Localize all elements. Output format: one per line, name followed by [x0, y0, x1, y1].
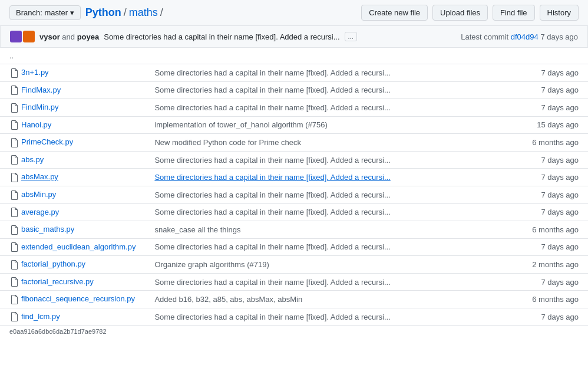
file-name-cell: basic_maths.py: [0, 221, 145, 239]
table-row: basic_maths.pysnake_case all the things6…: [0, 221, 588, 239]
table-row: 3n+1.pySome directories had a capital in…: [0, 64, 588, 82]
file-name-cell: factorial_recursive.py: [0, 273, 145, 291]
bottom-hash: e0aa916a6dbc6da2b71d7ae9782: [0, 326, 588, 337]
table-row: absMax.pySome directories had a capital …: [0, 169, 588, 186]
create-new-file-button[interactable]: Create new file: [361, 5, 428, 21]
commit-authors: vysor and poyea: [39, 32, 99, 41]
file-time-cell: 6 months ago: [498, 221, 588, 239]
commit-msg-cell: implementation of tower_of_hanoi algorit…: [145, 116, 497, 134]
commit-msg-cell: Some directories had a capital in their …: [145, 169, 497, 186]
table-row: fibonacci_sequence_recursion.pyAdded b16…: [0, 291, 588, 308]
breadcrumb-maths-link[interactable]: maths: [129, 6, 158, 19]
breadcrumb: Python / maths /: [85, 6, 163, 19]
commit-msg-cell: Some directories had a capital in their …: [145, 273, 497, 291]
file-name-cell: extended_euclidean_algorithm.py: [0, 238, 145, 256]
commit-msg-cell: Some directories had a capital in their …: [145, 151, 497, 169]
file-name-cell: FindMax.py: [0, 81, 145, 99]
commit-left: vysor and poyea Some directories had a c…: [10, 31, 357, 42]
bottom-hash-text: e0aa916a6dbc6da2b71d7ae9782: [9, 328, 107, 335]
file-name-link[interactable]: FindMin.py: [21, 103, 59, 111]
file-table-wrapper: .. 3n+1.pySome directories had a capital…: [0, 48, 588, 326]
file-table: .. 3n+1.pySome directories had a capital…: [0, 48, 588, 326]
table-row: abs.pySome directories had a capital in …: [0, 151, 588, 169]
top-bar: Branch: master ▾ Python / maths / Create…: [0, 0, 588, 26]
file-time-cell: 6 months ago: [498, 291, 588, 308]
file-icon: [9, 190, 19, 200]
file-name-link[interactable]: basic_maths.py: [21, 225, 74, 234]
file-time-cell: 7 days ago: [498, 186, 588, 203]
latest-commit-label: Latest commit: [461, 32, 508, 41]
file-name-link[interactable]: FindMax.py: [21, 86, 61, 94]
file-icon: [9, 173, 19, 182]
table-row: factorial_recursive.pySome directories h…: [0, 273, 588, 291]
file-name-link[interactable]: find_lcm.py: [21, 312, 60, 321]
file-icon: [9, 225, 19, 235]
file-icon: [9, 68, 19, 78]
commit-hash-link[interactable]: df04d94: [511, 32, 539, 41]
file-time-cell: 7 days ago: [498, 151, 588, 169]
file-icon: [9, 155, 19, 165]
commit-msg-cell: Some directories had a capital in their …: [145, 186, 497, 203]
branch-arrow-icon: ▾: [70, 8, 74, 17]
file-name-link[interactable]: abs.py: [21, 155, 44, 164]
commit-bar: vysor and poyea Some directories had a c…: [0, 26, 588, 48]
file-time-cell: 7 days ago: [498, 203, 588, 221]
table-row: average.pySome directories had a capital…: [0, 203, 588, 221]
file-name-link[interactable]: factorial_python.py: [21, 259, 85, 268]
file-icon: [9, 242, 19, 252]
file-icon: [9, 260, 19, 270]
find-file-button[interactable]: Find file: [493, 5, 535, 21]
file-name-link[interactable]: extended_euclidean_algorithm.py: [21, 242, 136, 251]
file-name-link[interactable]: fibonacci_sequence_recursion.py: [21, 294, 135, 303]
commit-msg-cell: Some directories had a capital in their …: [145, 308, 497, 326]
file-name-cell: factorial_python.py: [0, 256, 145, 274]
commit-msg-cell: snake_case all the things: [145, 221, 497, 239]
author2[interactable]: poyea: [77, 32, 100, 41]
parent-directory-row: ..: [0, 48, 588, 64]
file-time-cell: 7 days ago: [498, 169, 588, 186]
file-name-link[interactable]: absMax.py: [21, 172, 58, 181]
commit-msg-cell: Some directories had a capital in their …: [145, 203, 497, 221]
file-name-link[interactable]: absMin.py: [21, 190, 56, 199]
file-icon: [9, 103, 19, 113]
table-row: Hanoi.pyimplementation of tower_of_hanoi…: [0, 116, 588, 134]
file-name-cell: PrimeCheck.py: [0, 134, 145, 152]
table-row: FindMin.pySome directories had a capital…: [0, 99, 588, 117]
branch-label: Branch: master: [16, 8, 68, 17]
file-icon: [9, 295, 19, 304]
table-row: absMin.pySome directories had a capital …: [0, 186, 588, 203]
author1[interactable]: vysor: [39, 32, 60, 41]
table-row: factorial_python.pyOrganize graph algori…: [0, 256, 588, 274]
history-button[interactable]: History: [540, 5, 579, 21]
file-name-link[interactable]: average.py: [21, 208, 59, 216]
file-time-cell: 7 days ago: [498, 81, 588, 99]
file-name-cell: abs.py: [0, 151, 145, 169]
breadcrumb-sep1: /: [124, 6, 127, 19]
file-icon: [9, 312, 19, 321]
commit-ellipsis-button[interactable]: ...: [345, 32, 357, 41]
commit-msg-cell: Some directories had a capital in their …: [145, 238, 497, 256]
file-name-cell: average.py: [0, 203, 145, 221]
avatar-poyea: [23, 31, 35, 42]
commit-msg-link[interactable]: Some directories had a capital in their …: [154, 173, 390, 182]
file-icon: [9, 277, 19, 287]
breadcrumb-sep2: /: [160, 6, 163, 19]
upload-files-button[interactable]: Upload files: [432, 5, 488, 21]
table-row: PrimeCheck.pyNew modified Python code fo…: [0, 134, 588, 152]
breadcrumb-python-link[interactable]: Python: [85, 6, 121, 19]
avatar-group: [10, 31, 35, 42]
file-time-cell: 15 days ago: [498, 116, 588, 134]
file-name-cell: absMin.py: [0, 186, 145, 203]
file-name-link[interactable]: factorial_recursive.py: [21, 277, 94, 286]
file-icon: [9, 208, 19, 217]
file-time-cell: 7 days ago: [498, 64, 588, 82]
table-row: extended_euclidean_algorithm.pySome dire…: [0, 238, 588, 256]
file-name-link[interactable]: Hanoi.py: [21, 120, 51, 129]
commit-msg-cell: New modified Python code for Prime check: [145, 134, 497, 152]
file-name-link[interactable]: PrimeCheck.py: [21, 137, 73, 146]
branch-button[interactable]: Branch: master ▾: [9, 5, 81, 20]
file-name-link[interactable]: 3n+1.py: [21, 68, 49, 77]
commit-right: Latest commit df04d94 7 days ago: [461, 32, 578, 41]
commit-msg-cell: Added b16, b32, a85, abs, absMax, absMin: [145, 291, 497, 308]
parent-directory-link[interactable]: ..: [9, 51, 14, 60]
